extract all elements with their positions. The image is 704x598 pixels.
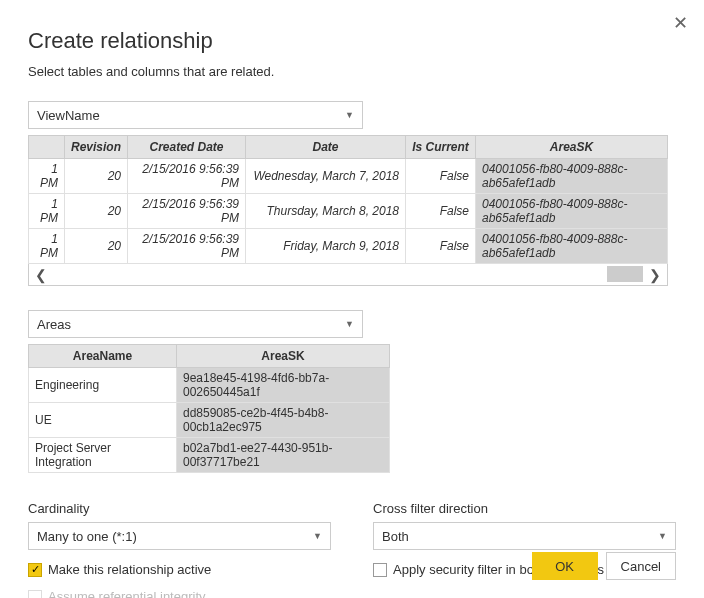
- cardinality-value: Many to one (*:1): [37, 529, 137, 544]
- table2-select-value: Areas: [37, 317, 71, 332]
- table1-header[interactable]: Date: [246, 136, 406, 159]
- close-icon[interactable]: ✕: [673, 12, 688, 34]
- table-row[interactable]: Project Server Integrationb02a7bd1-ee27-…: [29, 438, 390, 473]
- crossfilter-value: Both: [382, 529, 409, 544]
- integrity-checkbox: [28, 590, 42, 599]
- table-row[interactable]: 1 PM 20 2/15/2016 9:56:39 PM Wednesday, …: [29, 159, 668, 194]
- table1-header[interactable]: [29, 136, 65, 159]
- integrity-checkbox-label: Assume referential integrity: [48, 589, 206, 598]
- table1-select[interactable]: ViewName ▼: [28, 101, 363, 129]
- crossfilter-label: Cross filter direction: [373, 501, 676, 516]
- cardinality-select[interactable]: Many to one (*:1) ▼: [28, 522, 331, 550]
- table1-scrollbar[interactable]: ❮ ❯: [28, 264, 668, 286]
- table1-select-value: ViewName: [37, 108, 100, 123]
- cardinality-label: Cardinality: [28, 501, 331, 516]
- chevron-down-icon: ▼: [313, 531, 322, 541]
- active-checkbox-label: Make this relationship active: [48, 562, 211, 577]
- cancel-button[interactable]: Cancel: [606, 552, 676, 580]
- dialog-subtitle: Select tables and columns that are relat…: [28, 64, 676, 79]
- table-row[interactable]: UEdd859085-ce2b-4f45-b4b8-00cb1a2ec975: [29, 403, 390, 438]
- table1-header-selected[interactable]: AreaSK: [476, 136, 668, 159]
- table1-header[interactable]: Created Date: [128, 136, 246, 159]
- active-checkbox[interactable]: ✓: [28, 563, 42, 577]
- table-row[interactable]: Engineering9ea18e45-4198-4fd6-bb7a-00265…: [29, 368, 390, 403]
- chevron-down-icon: ▼: [658, 531, 667, 541]
- ok-button[interactable]: OK: [532, 552, 598, 580]
- table1: Revision Created Date Date Is Current Ar…: [28, 135, 668, 264]
- scroll-right-icon[interactable]: ❯: [649, 267, 661, 283]
- table2-select[interactable]: Areas ▼: [28, 310, 363, 338]
- crossfilter-select[interactable]: Both ▼: [373, 522, 676, 550]
- table1-header[interactable]: Revision: [65, 136, 128, 159]
- security-checkbox[interactable]: [373, 563, 387, 577]
- dialog-title: Create relationship: [28, 28, 676, 54]
- table2: AreaName AreaSK Engineering9ea18e45-4198…: [28, 344, 390, 473]
- table1-header[interactable]: Is Current: [406, 136, 476, 159]
- scroll-thumb[interactable]: [607, 266, 643, 282]
- table2-header-selected[interactable]: AreaSK: [177, 345, 390, 368]
- scroll-left-icon[interactable]: ❮: [35, 267, 47, 283]
- table2-header[interactable]: AreaName: [29, 345, 177, 368]
- table-row[interactable]: 1 PM 20 2/15/2016 9:56:39 PM Thursday, M…: [29, 194, 668, 229]
- table-row[interactable]: 1 PM 20 2/15/2016 9:56:39 PM Friday, Mar…: [29, 229, 668, 264]
- chevron-down-icon: ▼: [345, 110, 354, 120]
- chevron-down-icon: ▼: [345, 319, 354, 329]
